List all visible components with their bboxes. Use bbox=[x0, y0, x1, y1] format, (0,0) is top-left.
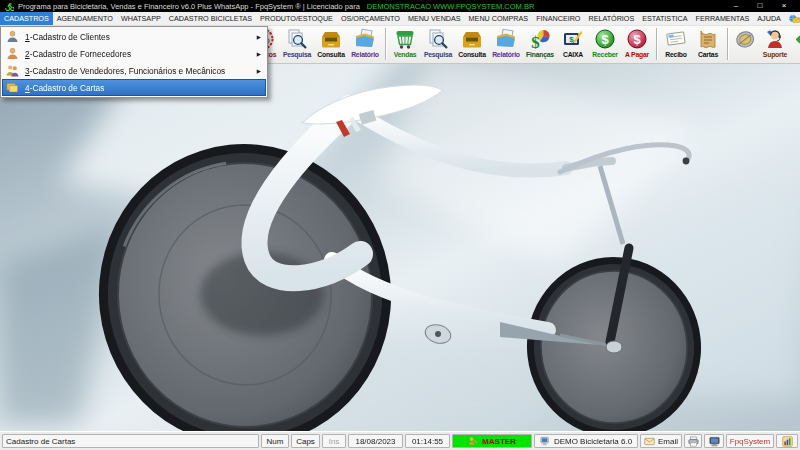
menu-item-ajuda[interactable]: AJUDA bbox=[753, 12, 785, 25]
toolbar-button-caixa[interactable]: $CAIXA bbox=[557, 26, 589, 64]
menu-item-label: PRODUTO/ESTOQUE bbox=[260, 14, 333, 23]
toolbar-button-consulta[interactable]: Consulta bbox=[314, 26, 348, 64]
toolbar-button-label: CAIXA bbox=[563, 50, 583, 59]
submenu-arrow-icon: ▶ bbox=[257, 51, 261, 57]
cards-icon bbox=[6, 81, 19, 94]
status-company: DEMO Bicicletaria 6.0 bbox=[534, 434, 638, 448]
toolbar-button-exit-door[interactable] bbox=[791, 26, 800, 64]
dropdown-item-1-cadastro-de-clientes[interactable]: 1-Cadastro de Clientes▶ bbox=[2, 28, 266, 45]
maximize-button[interactable]: □ bbox=[748, 0, 772, 12]
toolbar-button-suporte[interactable]: Suporte bbox=[759, 26, 791, 64]
menu-item-label: RELATÓRIOS bbox=[588, 14, 634, 23]
status-print[interactable] bbox=[684, 434, 702, 448]
toolbar-button-recibo[interactable]: Recibo bbox=[660, 26, 692, 64]
toolbar-button-vendas[interactable]: Vendas bbox=[389, 26, 421, 64]
status-email-text: Email bbox=[658, 435, 678, 448]
dropdown-item-2-cadastro-de-fornecedores[interactable]: 2-Cadastro de Fornecedores▶ bbox=[2, 45, 266, 62]
menu-item-label: AGENDAMENTO bbox=[57, 14, 113, 23]
folder-report-icon bbox=[495, 28, 517, 50]
cadastros-dropdown-menu: 1-Cadastro de Clientes▶2-Cadastro de For… bbox=[0, 26, 268, 98]
window-title: Programa para Bicicletaria, Vendas e Fin… bbox=[18, 2, 360, 11]
menu-bar: CADASTROSAGENDAMENTOWHATSAPPCADASTRO BIC… bbox=[0, 12, 800, 26]
folder-report-icon bbox=[354, 28, 376, 50]
menu-item-whatsapp[interactable]: WHATSAPP bbox=[117, 12, 165, 25]
svg-text:$: $ bbox=[601, 32, 609, 47]
support-icon bbox=[764, 28, 786, 50]
scroll-icon bbox=[697, 28, 719, 50]
menu-item-label: CADASTROS bbox=[4, 14, 49, 23]
menu-item-ferramentas[interactable]: FERRAMENTAS bbox=[692, 12, 754, 25]
close-button[interactable]: × bbox=[772, 0, 796, 12]
bicycle-illustration bbox=[0, 64, 800, 431]
status-user: MASTER bbox=[452, 434, 532, 448]
menu-item-label: FINANCEIRO bbox=[536, 14, 580, 23]
people-icon bbox=[6, 64, 19, 77]
toolbar-button-label: Recibo bbox=[665, 50, 686, 59]
toolbar-button-pesquisa[interactable]: Pesquisa bbox=[280, 26, 314, 64]
toolbar-separator bbox=[653, 28, 660, 60]
exit-door-icon bbox=[794, 28, 800, 50]
svg-text:$: $ bbox=[531, 33, 540, 51]
dropdown-item-label: 2-Cadastro de Fornecedores bbox=[25, 49, 131, 59]
toolbar-button-label: Finanças bbox=[526, 50, 554, 59]
dropdown-item-4-cadastro-de-cartas[interactable]: 4-Cadastro de Cartas bbox=[2, 79, 266, 96]
status-status-message-text: Cadastro de Cartas bbox=[6, 435, 75, 448]
menu-item-cadastro-bicicletas[interactable]: CADASTRO BICICLETAS bbox=[165, 12, 256, 25]
dropdown-item-3-cadastro-de-vendedores-funcionarios-e-mecanicos[interactable]: 3-Cadastro de Vendedores, Funcionários e… bbox=[2, 62, 266, 79]
minimize-button[interactable]: – bbox=[724, 0, 748, 12]
toolbar-separator bbox=[382, 28, 389, 60]
toolbar-button-label: Relatório bbox=[351, 50, 379, 59]
menu-item-relatorios[interactable]: RELATÓRIOS bbox=[584, 12, 638, 25]
status-stats[interactable] bbox=[776, 434, 798, 448]
envelope-icon bbox=[644, 436, 655, 447]
toolbar-button-label: Vendas bbox=[394, 50, 417, 59]
menu-item-produto-estoque[interactable]: PRODUTO/ESTOQUE bbox=[256, 12, 337, 25]
menu-item-label: MENU VENDAS bbox=[408, 14, 461, 23]
toolbar-button-coin[interactable] bbox=[731, 26, 759, 64]
status-caps-lock-text: Caps bbox=[296, 435, 315, 448]
chart-icon bbox=[782, 436, 793, 447]
menu-item-financeiro[interactable]: FINANCEIRO bbox=[532, 12, 584, 25]
menu-item-label: CADASTRO BICICLETAS bbox=[169, 14, 252, 23]
toolbar-button-a-pagar[interactable]: $A Pagar bbox=[621, 26, 653, 64]
person-blue-icon bbox=[6, 30, 19, 43]
menu-item-cadastros[interactable]: CADASTROS bbox=[0, 12, 53, 25]
toolbar-button-financas[interactable]: $Finanças bbox=[523, 26, 557, 64]
toolbar-separator bbox=[724, 28, 731, 60]
status-caps-lock: Caps bbox=[291, 434, 320, 448]
toolbar-button-pesquisa[interactable]: Pesquisa bbox=[421, 26, 455, 64]
search-docs-icon bbox=[286, 28, 308, 50]
toolbar-button-relatorio[interactable]: Relatório bbox=[348, 26, 382, 64]
status-bar: Cadastro de CartasNumCapsIns18/08/202301… bbox=[0, 431, 800, 450]
menu-item-menu-vendas[interactable]: MENU VENDAS bbox=[404, 12, 465, 25]
toolbar-button-receber[interactable]: $Receber bbox=[589, 26, 621, 64]
status-time: 01:14:55 bbox=[405, 434, 450, 448]
menu-item-e-mail[interactable]: E-MAIL bbox=[785, 12, 800, 25]
status-email[interactable]: Email bbox=[640, 434, 682, 448]
license-text: DEMONSTRACAO WWW.FPQSYSTEM.COM.BR bbox=[367, 2, 535, 11]
toolbar-button-relatorio[interactable]: Relatório bbox=[489, 26, 523, 64]
background-image bbox=[0, 64, 800, 431]
email-icon bbox=[789, 13, 800, 24]
note-icon bbox=[665, 28, 687, 50]
toolbar-button-cartas[interactable]: Cartas bbox=[692, 26, 724, 64]
toolbar-button-consulta[interactable]: Consulta bbox=[455, 26, 489, 64]
menu-item-label: MENU COMPRAS bbox=[469, 14, 529, 23]
menu-item-estatistica[interactable]: ESTATISTICA bbox=[638, 12, 691, 25]
status-brand-text: FpqSystem bbox=[730, 435, 770, 448]
window-controls: – □ × bbox=[724, 0, 796, 12]
toolbar-button-label: Pesquisa bbox=[424, 50, 452, 59]
cart-icon bbox=[394, 28, 416, 50]
menu-item-agendamento[interactable]: AGENDAMENTO bbox=[53, 12, 117, 25]
menu-item-os-orcamento[interactable]: OS/ORÇAMENTO bbox=[337, 12, 404, 25]
menu-item-menu-compras[interactable]: MENU COMPRAS bbox=[465, 12, 533, 25]
person-orange-icon bbox=[6, 47, 19, 60]
toolbar-button-label: Suporte bbox=[763, 50, 787, 59]
status-num-lock: Num bbox=[261, 434, 289, 448]
status-insert-state: Ins bbox=[322, 434, 346, 448]
menu-item-label: ESTATISTICA bbox=[642, 14, 687, 23]
status-brand: FpqSystem bbox=[726, 434, 774, 448]
pc-icon bbox=[540, 436, 551, 447]
status-terminal[interactable] bbox=[704, 434, 724, 448]
drawer-icon bbox=[461, 28, 483, 50]
